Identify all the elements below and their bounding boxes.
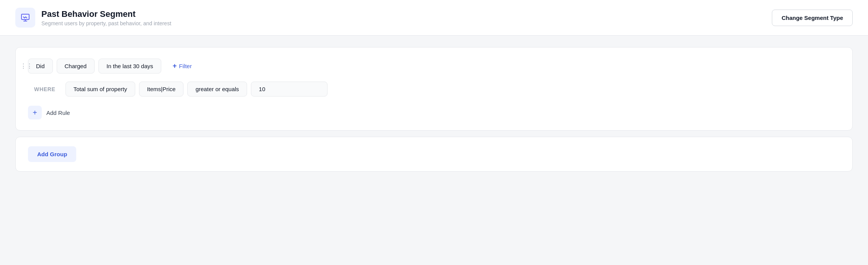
where-row: WHERE Total sum of property Items|Price … <box>28 82 840 97</box>
filter-plus-icon: + <box>173 62 177 70</box>
where-label: WHERE <box>28 82 62 96</box>
page-header: Past Behavior Segment Segment users by p… <box>0 0 868 36</box>
segment-icon-box <box>15 8 35 28</box>
page-title: Past Behavior Segment <box>41 9 171 19</box>
rule-row: ⋮⋮ Did Charged In the last 30 days + Fil… <box>28 58 840 74</box>
operator-pill[interactable]: greater or equals <box>187 82 247 97</box>
add-rule-button[interactable]: + <box>28 106 42 119</box>
add-group-card: Add Group <box>15 137 853 172</box>
add-group-button[interactable]: Add Group <box>28 146 76 162</box>
time-pill[interactable]: In the last 30 days <box>98 59 161 74</box>
header-left: Past Behavior Segment Segment users by p… <box>15 8 171 28</box>
property-pill[interactable]: Total sum of property <box>66 82 135 97</box>
drag-handle[interactable]: ⋮⋮ <box>20 62 33 70</box>
charged-pill[interactable]: Charged <box>57 59 95 74</box>
segment-card: ⋮⋮ Did Charged In the last 30 days + Fil… <box>15 47 853 131</box>
filter-label: Filter <box>179 63 192 69</box>
page-subtitle: Segment users by property, past behavior… <box>41 20 171 26</box>
change-segment-button[interactable]: Change Segment Type <box>772 10 853 26</box>
filter-button[interactable]: + Filter <box>165 58 200 74</box>
segment-icon <box>21 13 30 22</box>
field-pill[interactable]: Items|Price <box>139 82 184 97</box>
value-input[interactable] <box>251 82 328 97</box>
add-rule-row: + Add Rule <box>28 106 840 119</box>
header-title-group: Past Behavior Segment Segment users by p… <box>41 9 171 26</box>
main-content: ⋮⋮ Did Charged In the last 30 days + Fil… <box>0 36 868 183</box>
add-rule-label: Add Rule <box>46 110 70 116</box>
